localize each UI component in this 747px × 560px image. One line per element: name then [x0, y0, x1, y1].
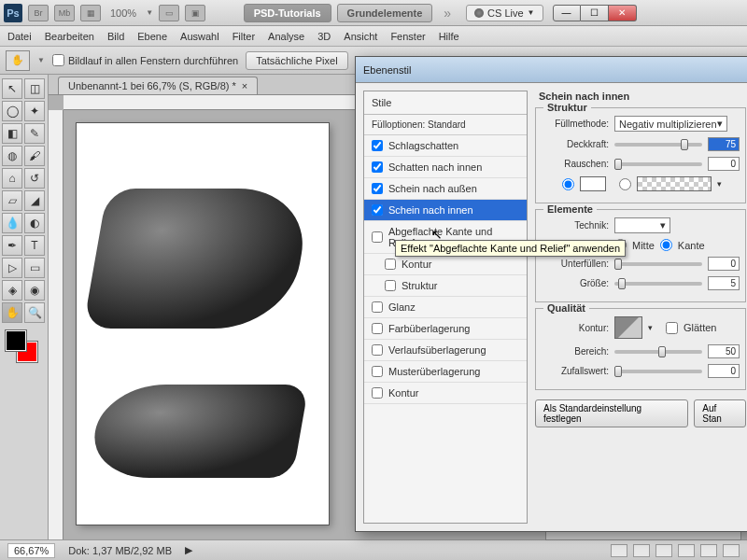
style-checkbox[interactable] [372, 161, 383, 173]
arrange-btn[interactable]: ▭ [159, 5, 179, 21]
style-item-schatten-nach-innen[interactable]: Schatten nach innen [364, 157, 527, 178]
zoom-tool[interactable]: 🔍 [24, 302, 45, 323]
reset-default-button[interactable]: Auf Stan [694, 399, 746, 427]
ruler-vertical[interactable] [49, 110, 63, 539]
lasso-tool[interactable]: ◯ [2, 101, 22, 121]
workspace-more-icon[interactable]: » [438, 6, 457, 21]
close-tab-icon[interactable]: × [242, 80, 247, 91]
type-tool[interactable]: T [24, 235, 45, 256]
zufall-field[interactable]: 0 [708, 364, 740, 378]
menu-datei[interactable]: Datei [7, 31, 32, 42]
3d-tool[interactable]: ◈ [2, 280, 22, 301]
scroll-all-checkbox[interactable] [52, 54, 64, 66]
menu-ebene[interactable]: Ebene [137, 31, 167, 42]
status-icon[interactable] [723, 544, 740, 557]
style-item-schlagschatten[interactable]: Schlagschatten [364, 135, 527, 157]
hand-tool-preset[interactable]: ✋ [6, 50, 30, 71]
kontur-swatch[interactable] [614, 316, 642, 339]
hand-tool[interactable]: ✋ [2, 302, 22, 323]
menu-hilfe[interactable]: Hilfe [439, 31, 459, 42]
view-extras-btn[interactable]: ▦ [80, 5, 101, 21]
style-checkbox[interactable] [372, 344, 383, 356]
glow-gradient-swatch[interactable] [637, 176, 712, 191]
zoom-level[interactable]: 100% [106, 7, 140, 19]
style-item-struktur[interactable]: Struktur [364, 275, 527, 297]
workspace-psdtutorials[interactable]: PSD-Tutorials [244, 4, 331, 22]
style-item-schein-nach-au-en[interactable]: Schein nach außen [364, 178, 527, 200]
menu-auswahl[interactable]: Auswahl [180, 31, 219, 42]
wand-tool[interactable]: ✦ [24, 101, 45, 121]
fuellmethode-dropdown[interactable]: Negativ multiplizieren▾ [614, 116, 727, 132]
chevron-down-icon[interactable]: ▾ [648, 323, 653, 332]
bereich-field[interactable]: 50 [708, 344, 740, 358]
style-item-glanz[interactable]: Glanz [364, 297, 527, 318]
brush-tool[interactable]: 🖌 [24, 146, 45, 166]
style-item-farb-berlagerung[interactable]: Farbüberlagerung [364, 318, 527, 340]
groesse-field[interactable]: 5 [708, 276, 740, 290]
style-item-muster-berlagerung[interactable]: Musterüberlagerung [364, 361, 527, 383]
document-tab[interactable]: Unbenannt-1 bei 66,7% (S, RGB/8) * × [58, 77, 258, 94]
glow-color-swatch[interactable] [580, 176, 606, 191]
status-dok[interactable]: Dok: 1,37 MB/2,92 MB [68, 545, 172, 556]
rauschen-field[interactable]: 0 [708, 157, 740, 171]
style-checkbox[interactable] [385, 259, 396, 270]
marquee-tool[interactable]: ◫ [24, 78, 45, 99]
gradient-radio[interactable] [619, 178, 631, 190]
pen-tool[interactable]: ✒ [2, 235, 22, 256]
3d-cam-tool[interactable]: ◉ [24, 280, 45, 301]
rauschen-slider[interactable] [614, 162, 702, 166]
styles-header[interactable]: Stile [364, 91, 527, 115]
bridge-btn[interactable]: Br [28, 5, 49, 21]
style-checkbox[interactable] [372, 387, 383, 399]
path-select-tool[interactable]: ▷ [2, 258, 22, 278]
minibridge-btn[interactable]: Mb [54, 5, 75, 21]
status-icon[interactable] [633, 544, 650, 557]
heal-tool[interactable]: ◍ [2, 146, 22, 166]
bereich-slider[interactable] [614, 350, 702, 354]
status-icon[interactable] [611, 544, 627, 557]
workspace-grundelemente[interactable]: Grundelemente [337, 4, 433, 22]
style-item-schein-nach-innen[interactable]: Schein nach innen [364, 200, 527, 221]
style-checkbox[interactable] [385, 280, 396, 291]
shape-tool[interactable]: ▭ [24, 258, 45, 278]
dodge-tool[interactable]: ◐ [24, 213, 45, 233]
menu-filter[interactable]: Filter [233, 31, 255, 42]
style-item-verlaufs-berlagerung[interactable]: Verlaufsüberlagerung [364, 340, 527, 361]
quelle-kante-radio[interactable] [660, 239, 672, 251]
gradient-tool[interactable]: ◢ [24, 190, 45, 211]
cs-live-button[interactable]: CS Live ▼ [466, 5, 543, 21]
status-zoom[interactable]: 66,67% [7, 543, 55, 558]
app-icon[interactable]: Ps [4, 4, 22, 22]
zoom-dd-icon[interactable]: ▼ [146, 8, 153, 17]
style-checkbox[interactable] [372, 301, 383, 313]
menu-analyse[interactable]: Analyse [268, 31, 304, 42]
color-radio[interactable] [562, 178, 574, 190]
deckkraft-slider[interactable] [614, 143, 702, 147]
status-icon[interactable] [655, 544, 672, 557]
move-tool[interactable]: ↖ [2, 78, 22, 99]
set-default-button[interactable]: Als Standardeinstellung festlegen [535, 399, 688, 427]
maximize-button[interactable]: ☐ [581, 5, 609, 21]
color-swatches[interactable] [2, 330, 46, 368]
menu-fenster[interactable]: Fenster [390, 31, 425, 42]
menu-bild[interactable]: Bild [107, 31, 124, 42]
minimize-button[interactable]: — [553, 5, 581, 21]
canvas[interactable] [77, 123, 329, 525]
groesse-slider[interactable] [614, 282, 702, 286]
unterfuellen-slider[interactable] [614, 262, 702, 266]
eraser-tool[interactable]: ▱ [2, 190, 22, 211]
close-button[interactable]: ✕ [609, 5, 637, 21]
blur-tool[interactable]: 💧 [2, 213, 22, 233]
foreground-color-swatch[interactable] [6, 330, 26, 351]
chevron-down-icon[interactable]: ▼ [37, 56, 45, 64]
style-checkbox[interactable] [372, 366, 383, 377]
actual-pixels-button[interactable]: Tatsächliche Pixel [246, 51, 347, 70]
screenmode-btn[interactable]: ▣ [185, 5, 205, 21]
style-item-kontur[interactable]: Kontur [364, 254, 527, 275]
style-item-kontur[interactable]: Kontur [364, 383, 527, 404]
eyedropper-tool[interactable]: ✎ [24, 123, 45, 144]
fill-options-header[interactable]: Fülloptionen: Standard [364, 115, 527, 135]
dialog-titlebar[interactable]: Ebenenstil [356, 57, 747, 83]
style-checkbox[interactable] [372, 323, 383, 334]
style-checkbox[interactable] [372, 204, 383, 216]
